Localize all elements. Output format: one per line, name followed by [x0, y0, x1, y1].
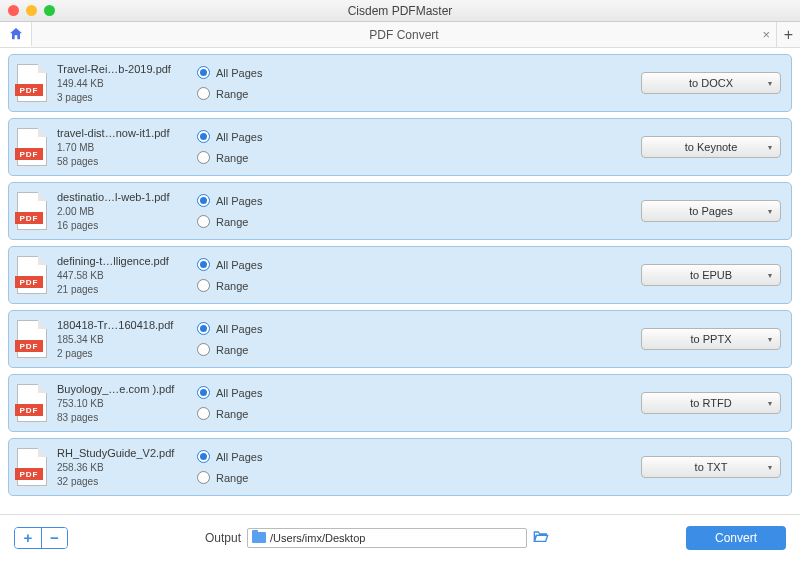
file-page-count: 21 pages — [57, 284, 187, 295]
output-format-select[interactable]: to Keynote ▾ — [641, 136, 781, 158]
remove-file-button[interactable]: − — [41, 528, 67, 548]
radio-icon — [197, 66, 210, 79]
file-page-count: 16 pages — [57, 220, 187, 231]
range-radio[interactable]: Range — [197, 151, 641, 164]
file-meta: Travel-Rei…b-2019.pdf 149.44 KB 3 pages — [57, 63, 187, 103]
file-size: 447.58 KB — [57, 270, 187, 281]
output-path-field[interactable]: /Users/imx/Desktop — [247, 528, 527, 548]
page-range-options: All Pages Range — [187, 450, 641, 484]
format-label: to Pages — [689, 205, 732, 217]
add-file-button[interactable]: + — [15, 528, 41, 548]
output-format-select[interactable]: to Pages ▾ — [641, 200, 781, 222]
range-label: Range — [216, 408, 248, 420]
file-name: defining-t…lligence.pdf — [57, 255, 187, 267]
range-label: Range — [216, 216, 248, 228]
range-radio[interactable]: Range — [197, 279, 641, 292]
file-size: 258.36 KB — [57, 462, 187, 473]
radio-icon — [197, 151, 210, 164]
all-pages-radio[interactable]: All Pages — [197, 66, 641, 79]
range-radio[interactable]: Range — [197, 407, 641, 420]
radio-icon — [197, 386, 210, 399]
file-meta: destinatio…l-web-1.pdf 2.00 MB 16 pages — [57, 191, 187, 231]
format-label: to EPUB — [690, 269, 732, 281]
output-format-select[interactable]: to DOCX ▾ — [641, 72, 781, 94]
radio-icon — [197, 343, 210, 356]
add-remove-group: + − — [14, 527, 68, 549]
range-radio[interactable]: Range — [197, 215, 641, 228]
titlebar: Cisdem PDFMaster — [0, 0, 800, 22]
radio-icon — [197, 258, 210, 271]
output-format-select[interactable]: to EPUB ▾ — [641, 264, 781, 286]
file-name: travel-dist…now-it1.pdf — [57, 127, 187, 139]
file-list: PDF Travel-Rei…b-2019.pdf 149.44 KB 3 pa… — [0, 48, 800, 514]
file-page-count: 32 pages — [57, 476, 187, 487]
chevron-down-icon: ▾ — [768, 271, 772, 280]
file-row[interactable]: PDF destinatio…l-web-1.pdf 2.00 MB 16 pa… — [8, 182, 792, 240]
all-pages-radio[interactable]: All Pages — [197, 450, 641, 463]
chevron-down-icon: ▾ — [768, 79, 772, 88]
radio-icon — [197, 87, 210, 100]
file-meta: travel-dist…now-it1.pdf 1.70 MB 58 pages — [57, 127, 187, 167]
file-row[interactable]: PDF Buyology_…e.com ).pdf 753.10 KB 83 p… — [8, 374, 792, 432]
file-row[interactable]: PDF Travel-Rei…b-2019.pdf 149.44 KB 3 pa… — [8, 54, 792, 112]
all-pages-label: All Pages — [216, 131, 262, 143]
file-name: RH_StudyGuide_V2.pdf — [57, 447, 187, 459]
range-label: Range — [216, 280, 248, 292]
all-pages-radio[interactable]: All Pages — [197, 322, 641, 335]
add-tab-button[interactable]: + — [776, 22, 800, 47]
range-label: Range — [216, 152, 248, 164]
file-name: 180418-Tr…160418.pdf — [57, 319, 187, 331]
radio-icon — [197, 471, 210, 484]
file-name: Travel-Rei…b-2019.pdf — [57, 63, 187, 75]
file-size: 2.00 MB — [57, 206, 187, 217]
format-label: to DOCX — [689, 77, 733, 89]
page-range-options: All Pages Range — [187, 66, 641, 100]
convert-button[interactable]: Convert — [686, 526, 786, 550]
chevron-down-icon: ▾ — [768, 207, 772, 216]
file-page-count: 3 pages — [57, 92, 187, 103]
pdf-file-icon: PDF — [17, 64, 47, 102]
all-pages-label: All Pages — [216, 323, 262, 335]
range-radio[interactable]: Range — [197, 87, 641, 100]
output-format-select[interactable]: to PPTX ▾ — [641, 328, 781, 350]
file-row[interactable]: PDF RH_StudyGuide_V2.pdf 258.36 KB 32 pa… — [8, 438, 792, 496]
home-button[interactable] — [0, 22, 32, 47]
radio-icon — [197, 130, 210, 143]
browse-folder-button[interactable] — [533, 529, 549, 546]
all-pages-radio[interactable]: All Pages — [197, 386, 641, 399]
all-pages-radio[interactable]: All Pages — [197, 258, 641, 271]
all-pages-radio[interactable]: All Pages — [197, 194, 641, 207]
footer: + − Output /Users/imx/Desktop Convert — [0, 514, 800, 560]
all-pages-label: All Pages — [216, 451, 262, 463]
radio-icon — [197, 450, 210, 463]
page-range-options: All Pages Range — [187, 258, 641, 292]
tab-close-button[interactable]: × — [762, 27, 770, 42]
range-label: Range — [216, 344, 248, 356]
page-range-options: All Pages Range — [187, 386, 641, 420]
pdf-file-icon: PDF — [17, 448, 47, 486]
all-pages-radio[interactable]: All Pages — [197, 130, 641, 143]
file-row[interactable]: PDF 180418-Tr…160418.pdf 185.34 KB 2 pag… — [8, 310, 792, 368]
file-row[interactable]: PDF defining-t…lligence.pdf 447.58 KB 21… — [8, 246, 792, 304]
output-format-select[interactable]: to TXT ▾ — [641, 456, 781, 478]
page-range-options: All Pages Range — [187, 322, 641, 356]
format-label: to TXT — [695, 461, 728, 473]
file-page-count: 2 pages — [57, 348, 187, 359]
page-range-options: All Pages Range — [187, 194, 641, 228]
range-radio[interactable]: Range — [197, 343, 641, 356]
range-radio[interactable]: Range — [197, 471, 641, 484]
file-row[interactable]: PDF travel-dist…now-it1.pdf 1.70 MB 58 p… — [8, 118, 792, 176]
home-icon — [8, 26, 24, 42]
tab-pdf-convert[interactable]: PDF Convert × — [32, 22, 776, 47]
all-pages-label: All Pages — [216, 387, 262, 399]
format-label: to Keynote — [685, 141, 738, 153]
tab-label: PDF Convert — [369, 28, 438, 42]
file-size: 185.34 KB — [57, 334, 187, 345]
output-path-text: /Users/imx/Desktop — [270, 532, 365, 544]
chevron-down-icon: ▾ — [768, 463, 772, 472]
output-wrap: Output /Users/imx/Desktop — [78, 528, 676, 548]
pdf-file-icon: PDF — [17, 256, 47, 294]
all-pages-label: All Pages — [216, 67, 262, 79]
file-name: Buyology_…e.com ).pdf — [57, 383, 187, 395]
output-format-select[interactable]: to RTFD ▾ — [641, 392, 781, 414]
